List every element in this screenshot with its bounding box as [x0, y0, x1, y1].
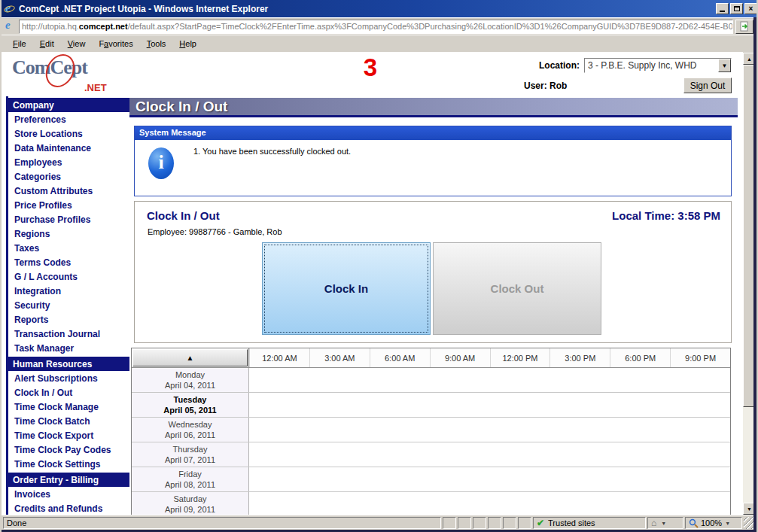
timeclock-row-body	[249, 442, 730, 467]
sidebar-item-regions[interactable]: Regions	[8, 226, 129, 241]
menu-tools[interactable]: Tools	[140, 37, 173, 50]
sidebar-item-credits-and-refunds[interactable]: Credits and Refunds	[8, 501, 129, 515]
sidebar-item-g-l-accounts[interactable]: G / L Accounts	[8, 269, 129, 284]
sidebar-item-price-profiles[interactable]: Price Profiles	[8, 198, 129, 212]
location-dropdown-arrow-icon[interactable]: ▼	[718, 59, 731, 72]
app-area: ComCept .NET 3 Location: 3 - P.B.E. Supp…	[2, 52, 743, 515]
sort-day-button[interactable]: ▲	[132, 349, 248, 366]
logo-net: .NET	[84, 82, 107, 93]
time-column-header: 6:00 AM	[370, 348, 430, 367]
clock-out-button[interactable]: Clock Out	[433, 242, 601, 335]
day-cell-monday: MondayApril 04, 2011	[132, 368, 249, 392]
day-cell-wednesday: WednesdayApril 06, 2011	[132, 418, 249, 442]
sign-out-button[interactable]: Sign Out	[683, 78, 732, 93]
status-cell	[488, 517, 501, 529]
phishing-filter-icon: ⌂	[651, 518, 656, 528]
sidebar-item-time-clock-batch[interactable]: Time Clock Batch	[8, 414, 129, 428]
trusted-check-icon: ✔	[537, 518, 544, 528]
day-cell-thursday: ThursdayApril 07, 2011	[132, 442, 249, 467]
employee-label: Employee: 99887766 - Gamble, Rob	[135, 222, 731, 236]
timeclock-row-body	[249, 393, 730, 417]
sidebar-item-store-locations[interactable]: Store Locations	[8, 126, 129, 141]
menu-edit[interactable]: Edit	[33, 37, 61, 50]
time-column-header: 12:00 AM	[249, 348, 309, 367]
sidebar-section-human-resources[interactable]: Human Resources	[8, 357, 129, 371]
menu-view[interactable]: View	[61, 37, 93, 50]
main-content: Clock In / Out System Message i 1. You h…	[129, 98, 738, 515]
sidebar-item-task-manager[interactable]: Task Manager	[8, 341, 129, 355]
sidebar-item-categories[interactable]: Categories	[8, 169, 129, 184]
menu-favorites[interactable]: Favorites	[92, 37, 139, 50]
status-cell	[458, 517, 471, 529]
menu-bar: FileEditViewFavoritesToolsHelp	[2, 35, 756, 52]
page-icon: e	[5, 21, 16, 32]
timeclock-row: TuesdayApril 05, 2011	[132, 393, 730, 418]
sidebar-item-time-clock-pay-codes[interactable]: Time Clock Pay Codes	[8, 442, 129, 457]
timeclock-row: FridayApril 08, 2011	[132, 467, 730, 492]
sidebar-item-transaction-journal[interactable]: Transaction Journal	[8, 327, 129, 341]
address-bar: e http://utopia.hq.comcept.net/default.a…	[2, 17, 756, 35]
info-icon: i	[148, 147, 174, 179]
close-button[interactable]: ×	[744, 3, 757, 14]
zoom-dropdown-icon[interactable]: ▼	[725, 521, 730, 526]
user-label: User: Rob	[524, 81, 567, 91]
sidebar-item-invoices[interactable]: Invoices	[8, 487, 129, 501]
timeclock-row: SaturdayApril 09, 2011	[132, 492, 730, 515]
sidebar-item-integration[interactable]: Integration	[8, 284, 129, 298]
sidebar-item-time-clock-export[interactable]: Time Clock Export	[8, 428, 129, 442]
sidebar-nav: CompanyPreferencesStore LocationsData Ma…	[6, 96, 129, 515]
system-message-header: System Message	[135, 126, 731, 140]
go-icon	[739, 21, 750, 32]
day-column-header: ▲	[132, 348, 249, 367]
sidebar-item-employees[interactable]: Employees	[8, 155, 129, 169]
sidebar-item-security[interactable]: Security	[8, 298, 129, 312]
address-input[interactable]: http://utopia.hq.comcept.net/default.asp…	[19, 20, 733, 34]
sidebar-item-data-maintenance[interactable]: Data Maintenance	[8, 141, 129, 155]
time-column-header: 12:00 PM	[490, 348, 550, 367]
phishing-dropdown-icon[interactable]: ▼	[661, 521, 666, 526]
comcept-logo: ComCept .NET	[12, 56, 125, 94]
trusted-sites-label: Trusted sites	[548, 518, 595, 527]
sidebar-item-custom-attributes[interactable]: Custom Attributes	[8, 184, 129, 198]
menu-help[interactable]: Help	[172, 37, 203, 50]
minimize-button[interactable]	[716, 3, 729, 14]
sidebar-item-time-clock-settings[interactable]: Time Clock Settings	[8, 457, 129, 471]
address-url: http://utopia.hq.comcept.net/default.asp…	[22, 22, 733, 31]
location-select[interactable]: 3 - P.B.E. Supply Inc, WHD ▼	[584, 58, 732, 73]
sidebar-item-clock-in-out[interactable]: Clock In / Out	[8, 385, 129, 400]
sidebar-section-company[interactable]: Company	[8, 98, 129, 112]
sidebar-item-alert-subscriptions[interactable]: Alert Subscriptions	[8, 371, 129, 385]
system-message-panel: System Message i 1. You have been succes…	[134, 126, 732, 196]
clock-panel-title: Clock In / Out	[147, 209, 220, 222]
sidebar-section-order-entry-billing[interactable]: Order Entry - Billing	[8, 473, 129, 487]
status-text: Done	[3, 517, 441, 529]
maximize-button[interactable]	[730, 3, 743, 14]
zoom-icon	[689, 518, 699, 528]
timeclock-row: WednesdayApril 06, 2011	[132, 418, 730, 442]
ie-logo-icon: e	[4, 3, 16, 15]
sidebar-item-taxes[interactable]: Taxes	[8, 241, 129, 255]
timeclock-row: MondayApril 04, 2011	[132, 368, 730, 393]
clock-in-button[interactable]: Clock In	[262, 242, 431, 335]
time-column-header: 3:00 AM	[309, 348, 370, 367]
sidebar-item-preferences[interactable]: Preferences	[8, 112, 129, 126]
location-label: Location:	[539, 60, 580, 71]
status-bar: Done ✔ Trusted sites ⌂ ▼ 100% ▼	[2, 515, 756, 530]
sidebar-item-time-clock-manage[interactable]: Time Clock Manage	[8, 400, 129, 414]
timeclock-row: ThursdayApril 07, 2011	[132, 442, 730, 467]
timeclock-table: ▲12:00 AM3:00 AM6:00 AM9:00 AM12:00 PM3:…	[131, 348, 731, 515]
sidebar-item-terms-codes[interactable]: Terms Codes	[8, 255, 129, 269]
menu-file[interactable]: File	[6, 37, 33, 50]
status-cell	[503, 517, 516, 529]
sidebar-item-reports[interactable]: Reports	[8, 312, 129, 327]
sidebar-item-purchase-profiles[interactable]: Purchase Profiles	[8, 212, 129, 226]
go-button[interactable]	[735, 20, 753, 34]
zoom-control[interactable]: 100% ▼	[685, 517, 742, 529]
timeclock-row-body	[249, 467, 730, 491]
local-time: Local Time: 3:58 PM	[612, 209, 720, 222]
system-message-text: 1. You have been successfully clocked ou…	[193, 147, 351, 156]
location-number: 3	[346, 53, 394, 82]
time-column-header: 9:00 AM	[430, 348, 490, 367]
timeclock-row-body	[249, 418, 730, 442]
phishing-filter[interactable]: ⌂ ▼	[647, 517, 683, 529]
